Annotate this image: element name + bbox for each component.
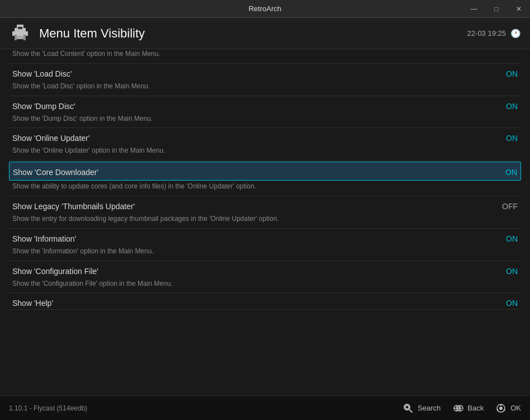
window-controls: — □ ✕ (463, 0, 530, 17)
version-label: 1.10.1 - Flycast (514eedb) (9, 404, 87, 412)
list-item: Show 'Load Disc'ONShow the 'Load Disc' o… (9, 64, 521, 96)
page-title: Menu Item Visibility (39, 26, 145, 41)
svg-point-10 (406, 405, 408, 406)
settings-value: ON (506, 69, 518, 78)
settings-value: ON (505, 168, 517, 177)
settings-description: Show the entry for downloading legacy th… (9, 214, 521, 228)
settings-label: Show 'Core Downloader' (13, 168, 98, 177)
settings-label: Show 'Configuration File' (12, 267, 98, 276)
svg-rect-6 (18, 27, 22, 29)
maximize-button[interactable]: □ (485, 0, 508, 18)
settings-description: Show the 'Online Updater' option in the … (9, 146, 521, 160)
settings-label: Show 'Help' (12, 299, 53, 308)
settings-row[interactable]: Show 'Load Disc'ON (9, 64, 521, 82)
title-bar: RetroArch — □ ✕ (0, 0, 530, 18)
settings-row[interactable]: Show Legacy 'Thumbnails Updater'OFF (9, 196, 521, 214)
settings-value: ON (506, 102, 518, 111)
list-item: Show 'Online Updater'ONShow the 'Online … (9, 128, 521, 161)
list-item: Show 'Dump Disc'ONShow the 'Dump Disc' o… (9, 96, 521, 129)
app-title: RetroArch (249, 4, 282, 13)
list-item: Show 'Help'ON (9, 293, 521, 310)
settings-label: Show Legacy 'Thumbnails Updater' (12, 202, 135, 211)
list-item: Show 'Core Downloader'ONShow the ability… (9, 162, 521, 196)
back-label: Back (467, 404, 484, 412)
settings-label: Show 'Online Updater' (12, 134, 89, 143)
search-button[interactable]: Search (402, 402, 441, 414)
footer-actions: Search Back (402, 402, 521, 414)
list-item: Show the 'Load Content' option in the Ma… (9, 49, 521, 64)
settings-label: Show 'Information' (12, 234, 76, 243)
settings-description: Show the 'Configuration File' option in … (9, 279, 521, 293)
settings-row[interactable]: Show 'Configuration File'ON (9, 261, 521, 279)
settings-row[interactable]: Show 'Dump Disc'ON (9, 96, 521, 114)
app-logo (9, 22, 31, 45)
svg-rect-5 (17, 36, 23, 39)
search-label: Search (418, 404, 441, 412)
svg-point-18 (500, 404, 502, 405)
svg-line-9 (409, 409, 412, 412)
settings-list[interactable]: Show the 'Load Content' option in the Ma… (0, 49, 530, 395)
datetime-text: 22-03 19:25 (467, 29, 506, 37)
settings-value: ON (506, 134, 518, 143)
settings-description: Show the 'Information' option in the Mai… (9, 247, 521, 261)
settings-description: Show the 'Load Disc' option in the Main … (9, 82, 521, 96)
settings-description: Show the ability to update cores (and co… (9, 182, 521, 196)
search-icon (402, 402, 414, 414)
svg-point-19 (504, 409, 505, 410)
settings-label: Show 'Load Disc' (12, 69, 72, 78)
ok-label: OK (510, 404, 521, 412)
header-datetime: 22-03 19:25 🕐 (467, 29, 521, 39)
settings-value: ON (506, 234, 518, 243)
settings-description: Show the 'Dump Disc' option in the Main … (9, 114, 521, 128)
page-header: Menu Item Visibility 22-03 19:25 🕐 (0, 18, 530, 49)
svg-rect-3 (15, 35, 17, 40)
svg-rect-4 (23, 35, 26, 40)
settings-row[interactable]: Show 'Help'ON (9, 293, 521, 310)
settings-value: OFF (502, 202, 518, 211)
settings-description: Show the 'Load Content' option in the Ma… (9, 49, 521, 63)
ok-icon (495, 402, 507, 414)
settings-row[interactable]: Show 'Information'ON (9, 229, 521, 247)
settings-row[interactable]: Show 'Online Updater'ON (9, 128, 521, 146)
back-button[interactable]: Back (452, 402, 484, 414)
header-left: Menu Item Visibility (9, 22, 145, 45)
minimize-button[interactable]: — (463, 0, 485, 18)
back-icon (452, 402, 464, 414)
settings-value: ON (506, 299, 518, 308)
close-button[interactable]: ✕ (508, 0, 530, 18)
footer: 1.10.1 - Flycast (514eedb) Search (0, 395, 530, 420)
svg-point-20 (497, 409, 499, 410)
settings-label: Show 'Dump Disc' (12, 102, 75, 111)
clock-icon: 🕐 (510, 29, 521, 39)
svg-point-17 (499, 407, 503, 410)
settings-value: ON (506, 267, 518, 276)
list-item: Show Legacy 'Thumbnails Updater'OFFShow … (9, 196, 521, 229)
settings-row[interactable]: Show 'Core Downloader'ON (9, 162, 521, 181)
list-item: Show 'Information'ONShow the 'Informatio… (9, 229, 521, 261)
ok-button[interactable]: OK (495, 402, 521, 414)
list-item: Show 'Configuration File'ONShow the 'Con… (9, 261, 521, 294)
